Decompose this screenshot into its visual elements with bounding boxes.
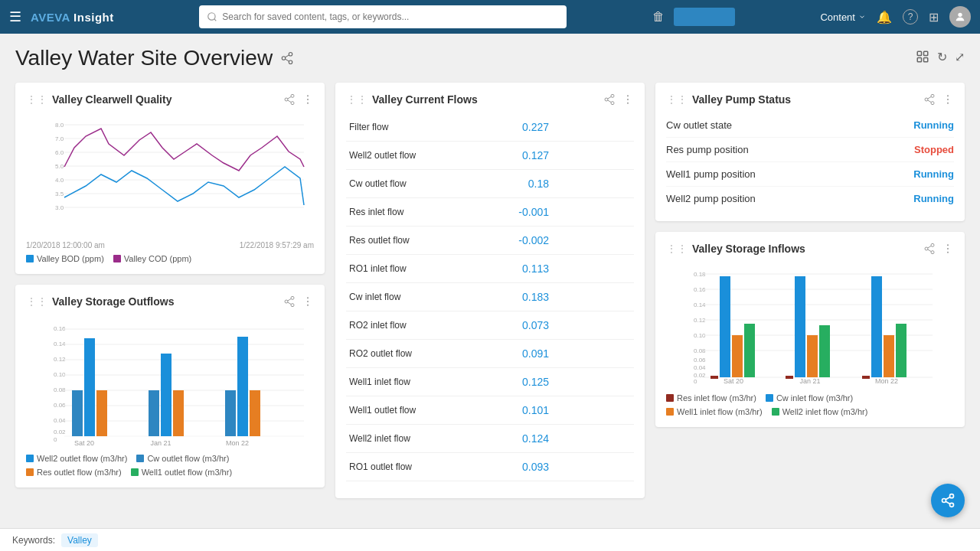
svg-line-7 xyxy=(286,55,289,57)
help-icon[interactable]: ? xyxy=(903,9,918,24)
pump-status-value: Stopped xyxy=(914,144,954,155)
svg-text:0.10: 0.10 xyxy=(694,332,706,339)
tag-input[interactable] xyxy=(674,8,735,26)
svg-point-73 xyxy=(931,102,934,105)
delete-icon[interactable]: 🗑 xyxy=(652,10,665,24)
flow-sparkline xyxy=(555,255,634,283)
more-options-icon[interactable] xyxy=(302,295,314,308)
svg-line-74 xyxy=(928,100,932,103)
flow-value: 0.101 xyxy=(474,396,555,425)
card-header: ⋮⋮ Valley Pump Status xyxy=(666,93,954,106)
svg-point-76 xyxy=(947,95,949,96)
card-header: ⋮⋮ Valley Storage Outflows xyxy=(26,295,314,308)
svg-rect-111 xyxy=(819,325,830,377)
menu-icon[interactable]: ☰ xyxy=(9,8,21,25)
svg-text:0.12: 0.12 xyxy=(54,356,66,363)
legend-item: Valley COD (ppm) xyxy=(113,254,191,263)
svg-line-39 xyxy=(288,298,292,301)
card-header-icons xyxy=(283,93,314,106)
svg-text:0.06: 0.06 xyxy=(694,357,706,364)
drag-handle[interactable]: ⋮⋮ xyxy=(26,295,47,308)
page-title: Valley Water Site Overview xyxy=(15,46,273,70)
flows-table-row: Filter flow 0.227 xyxy=(346,113,634,142)
share-card-icon[interactable] xyxy=(603,93,616,106)
legend-color xyxy=(136,455,144,462)
flow-value: 0.227 xyxy=(474,113,555,142)
more-options-icon[interactable] xyxy=(302,93,314,106)
flows-table-row: Res inlet flow -0.001 xyxy=(346,198,634,227)
svg-text:0.10: 0.10 xyxy=(54,371,66,378)
flow-label: RO1 outlet flow xyxy=(346,453,474,481)
expand-button[interactable]: ⤢ xyxy=(955,50,965,67)
pump-label: Cw outlet state xyxy=(666,119,732,131)
flows-table: Filter flow 0.227 Well2 outlet flow 0.12… xyxy=(346,113,634,481)
content-menu[interactable]: Content xyxy=(820,11,866,23)
svg-point-72 xyxy=(925,98,928,101)
svg-text:Mon 22: Mon 22 xyxy=(875,377,898,385)
user-avatar[interactable] xyxy=(949,6,971,28)
svg-rect-115 xyxy=(896,324,906,377)
add-widget-button[interactable] xyxy=(916,50,929,67)
svg-point-86 xyxy=(947,252,949,253)
flows-title: Valley Current Flows xyxy=(372,93,599,106)
more-options-icon[interactable] xyxy=(942,243,954,255)
apps-icon[interactable]: ⊞ xyxy=(929,10,939,24)
svg-point-78 xyxy=(947,103,949,104)
share-card-icon[interactable] xyxy=(923,243,936,255)
flow-value: -0.002 xyxy=(474,227,555,255)
legend-item: Res outlet flow (m3/hr) xyxy=(26,468,122,477)
flow-sparkline xyxy=(555,425,634,453)
bell-icon[interactable]: 🔔 xyxy=(877,10,892,24)
bar xyxy=(72,390,83,436)
svg-rect-9 xyxy=(924,51,928,55)
share-card-icon[interactable] xyxy=(923,93,936,106)
share-card-icon[interactable] xyxy=(283,93,296,106)
svg-point-64 xyxy=(605,98,608,101)
chevron-down-icon xyxy=(858,13,866,21)
svg-line-38 xyxy=(288,302,292,305)
flow-sparkline xyxy=(555,113,634,142)
flow-sparkline xyxy=(555,198,634,227)
legend-color xyxy=(666,394,674,402)
drag-handle[interactable]: ⋮⋮ xyxy=(26,93,47,106)
pump-label: Well1 pump position xyxy=(666,168,756,180)
svg-point-80 xyxy=(925,247,928,250)
svg-point-19 xyxy=(307,99,309,100)
drag-handle[interactable]: ⋮⋮ xyxy=(666,243,688,255)
svg-rect-110 xyxy=(807,335,818,377)
drag-handle[interactable]: ⋮⋮ xyxy=(346,93,368,106)
svg-point-40 xyxy=(307,297,309,298)
svg-point-65 xyxy=(611,102,614,105)
brand-logo: AVEVA Insight xyxy=(31,11,114,24)
flow-label: Res outlet flow xyxy=(346,227,474,255)
share-card-icon[interactable] xyxy=(283,295,296,308)
svg-point-42 xyxy=(307,305,309,306)
search-input[interactable] xyxy=(222,11,559,22)
flow-value: 0.093 xyxy=(474,453,555,481)
svg-point-84 xyxy=(947,244,949,246)
svg-text:0: 0 xyxy=(54,436,57,443)
svg-text:Mon 22: Mon 22 xyxy=(226,439,249,445)
svg-text:0: 0 xyxy=(694,378,697,385)
svg-point-69 xyxy=(627,99,629,100)
more-options-icon[interactable] xyxy=(942,93,954,106)
svg-point-18 xyxy=(307,95,309,96)
search-bar[interactable] xyxy=(199,5,567,28)
more-options-icon[interactable] xyxy=(622,93,634,106)
svg-text:Sat 20: Sat 20 xyxy=(74,439,94,445)
svg-text:Jan 21: Jan 21 xyxy=(799,377,820,385)
svg-text:0.14: 0.14 xyxy=(54,341,66,347)
flows-table-row: RO2 inlet flow 0.073 xyxy=(346,311,634,340)
svg-text:7.0: 7.0 xyxy=(55,135,64,142)
flow-sparkline xyxy=(555,142,634,170)
refresh-button[interactable]: ↻ xyxy=(937,50,947,67)
svg-text:0.04: 0.04 xyxy=(694,364,706,371)
storage-outflows-card: ⋮⋮ Valley Storage Outflows 0.16 0.14 0.1… xyxy=(15,285,325,487)
svg-rect-8 xyxy=(917,51,921,55)
drag-handle[interactable]: ⋮⋮ xyxy=(666,93,688,106)
flow-value: -0.001 xyxy=(474,198,555,227)
svg-rect-105 xyxy=(720,276,730,377)
clearwell-title: Valley Clearwell Quality xyxy=(52,93,279,106)
svg-point-77 xyxy=(947,99,949,100)
search-icon xyxy=(207,11,217,22)
